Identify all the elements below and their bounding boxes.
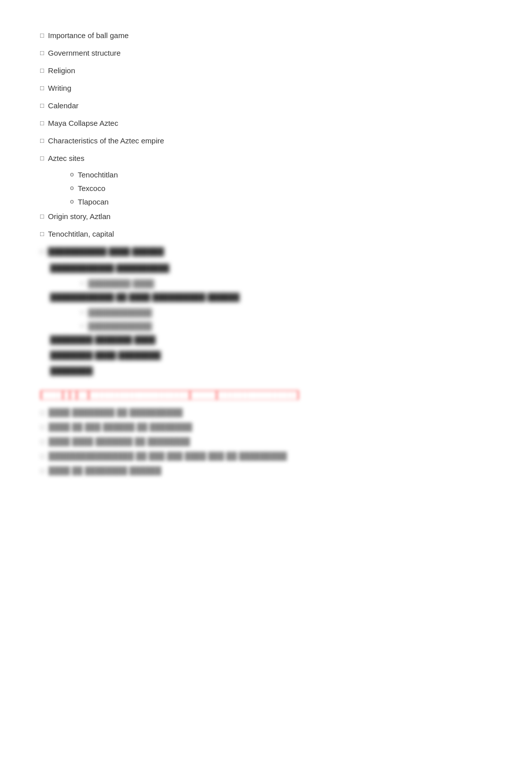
- list-item: □ Importance of ball game: [40, 30, 492, 41]
- blurred-text: ████████████ ██ ████ ██████████ ██████: [50, 293, 239, 301]
- question-text: ████ ██ ███ ██████ ██ ████████: [49, 423, 192, 431]
- list-item: □ Religion: [40, 65, 492, 76]
- blurred-text: ████████████: [88, 308, 152, 317]
- list-item: □ Aztec sites: [40, 153, 492, 163]
- section-header-text: ████ █ █ ██ ████████████████████ █████ █…: [40, 390, 299, 400]
- bullet-icon: □: [40, 66, 44, 75]
- item-label: Maya Collapse Aztec: [48, 118, 118, 128]
- sub-item-label: Tenochtitlan: [78, 170, 118, 179]
- question-item: □ ████ ████████ ██ ██████████: [40, 408, 492, 417]
- list-item: □ Maya Collapse Aztec: [40, 118, 492, 128]
- list-item: o Texcoco: [70, 184, 492, 192]
- item-label: Origin story, Aztlan: [48, 211, 111, 222]
- blurred-text: ████████████ ██████████: [50, 264, 169, 272]
- item-label: Religion: [48, 65, 75, 76]
- question-item: □ ████ ██ ████████ ██████: [40, 466, 492, 475]
- bullet-icon: □: [40, 154, 44, 163]
- item-label: Government structure: [48, 48, 121, 58]
- list-item: □ Calendar: [40, 100, 492, 111]
- bullet-icon: □: [40, 119, 44, 128]
- item-label: Writing: [48, 83, 71, 93]
- q-bullet-icon: □: [40, 408, 45, 417]
- main-outline: □ Importance of ball game □ Government s…: [40, 30, 492, 375]
- q-bullet-icon: □: [40, 437, 45, 446]
- blurred-block: ████████████ ██████████ ○ ████████ ████ …: [40, 264, 492, 375]
- list-item: □ Government structure: [40, 48, 492, 58]
- blurred-sub-item: ○ ████████ ████: [80, 279, 492, 288]
- question-text: ████████████████ ██ ███ ███ ████ ███ ██ …: [49, 452, 287, 460]
- item-label: Tenochtitlan, capital: [48, 229, 114, 239]
- bullet-icon: □: [40, 247, 44, 256]
- question-item: □ ████ ██ ███ ██████ ██ ████████: [40, 423, 492, 431]
- question-text: ████ ████████ ██ ██████████: [49, 408, 183, 417]
- bullet-icon: □: [40, 31, 44, 40]
- q-bullet-icon: □: [40, 466, 45, 475]
- bullet-icon: □: [40, 230, 44, 239]
- question-item: □ ████████████████ ██ ███ ███ ████ ███ █…: [40, 452, 492, 460]
- sub-bullet-icon: o: [70, 170, 74, 178]
- blurred-sub-item: ○ ████████████: [80, 322, 492, 330]
- blurred-text: ████████ ████ ████████: [50, 351, 161, 359]
- list-item: □ Characteristics of the Aztec empire: [40, 135, 492, 146]
- list-item: □ Writing: [40, 83, 492, 93]
- list-item: □ Origin story, Aztlan: [40, 211, 492, 222]
- bullet-icon: □: [40, 101, 44, 110]
- blurred-text: ████████████: [88, 322, 152, 330]
- item-label: Characteristics of the Aztec empire: [48, 135, 164, 146]
- sub-bullet-icon: o: [70, 184, 74, 191]
- list-item: o Tlapocan: [70, 198, 492, 206]
- q-bullet-icon: □: [40, 452, 45, 460]
- question-text: ████ ████ ███████ ██ ████████: [49, 437, 190, 446]
- blurred-item-label: ███████████ ████ ██████: [48, 246, 164, 257]
- item-label: Calendar: [48, 100, 79, 111]
- item-label: Aztec sites: [48, 153, 85, 163]
- bullet-icon: □: [40, 212, 44, 221]
- bullet-icon: □: [40, 84, 44, 93]
- bullet-icon: □: [40, 49, 44, 58]
- blurred-text: ████████ ████: [88, 279, 154, 288]
- sub-item-label: Tlapocan: [78, 198, 109, 206]
- section-header: ████ █ █ ██ ████████████████████ █████ █…: [40, 390, 492, 400]
- question-item: □ ████ ████ ███████ ██ ████████: [40, 437, 492, 446]
- sub-item-label: Texcoco: [78, 184, 105, 192]
- aztec-sites-sublist: o Tenochtitlan o Texcoco o Tlapocan: [70, 170, 492, 206]
- sub-bullet-icon: o: [70, 198, 74, 205]
- list-item: o Tenochtitlan: [70, 170, 492, 179]
- item-label: Importance of ball game: [48, 30, 129, 41]
- questions-list: □ ████ ████████ ██ ██████████ □ ████ ██ …: [40, 408, 492, 475]
- question-text: ████ ██ ████████ ██████: [49, 466, 161, 475]
- blurred-text: ████████ ███████ ████: [50, 335, 155, 344]
- q-bullet-icon: □: [40, 423, 45, 431]
- blurred-list-item: □ ███████████ ████ ██████: [40, 246, 492, 257]
- list-item: □ Tenochtitlan, capital: [40, 229, 492, 239]
- blurred-sub-item: ○ ████████████: [80, 308, 492, 317]
- questions-section: ████ █ █ ██ ████████████████████ █████ █…: [40, 390, 492, 475]
- blurred-text: ████████: [50, 366, 93, 375]
- bullet-icon: □: [40, 136, 44, 145]
